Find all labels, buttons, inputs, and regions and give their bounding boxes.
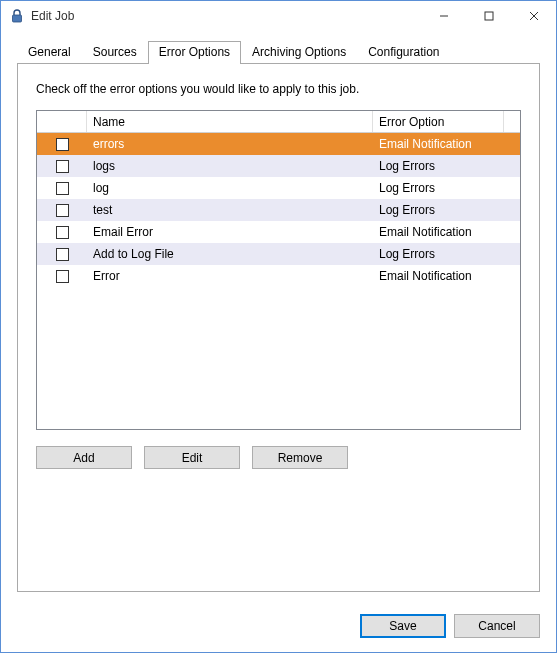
row-option: Email Notification bbox=[373, 269, 520, 283]
row-checkbox[interactable] bbox=[56, 182, 69, 195]
table-row[interactable]: Add to Log FileLog Errors bbox=[37, 243, 520, 265]
col-header-scroll bbox=[504, 111, 520, 132]
row-checkbox-cell[interactable] bbox=[37, 160, 87, 173]
save-button[interactable]: Save bbox=[360, 614, 446, 638]
row-checkbox[interactable] bbox=[56, 270, 69, 283]
col-header-option[interactable]: Error Option bbox=[373, 111, 504, 132]
row-name: test bbox=[87, 203, 373, 217]
add-button[interactable]: Add bbox=[36, 446, 132, 469]
table-row[interactable]: Email ErrorEmail Notification bbox=[37, 221, 520, 243]
tab-general[interactable]: General bbox=[17, 41, 82, 63]
row-checkbox-cell[interactable] bbox=[37, 248, 87, 261]
table-row[interactable]: testLog Errors bbox=[37, 199, 520, 221]
row-option: Email Notification bbox=[373, 137, 520, 151]
close-button[interactable] bbox=[511, 1, 556, 31]
row-checkbox-cell[interactable] bbox=[37, 270, 87, 283]
row-option: Log Errors bbox=[373, 203, 520, 217]
row-name: errors bbox=[87, 137, 373, 151]
row-name: logs bbox=[87, 159, 373, 173]
row-checkbox[interactable] bbox=[56, 226, 69, 239]
table-row[interactable]: ErrorEmail Notification bbox=[37, 265, 520, 287]
row-checkbox[interactable] bbox=[56, 248, 69, 261]
row-option: Log Errors bbox=[373, 247, 520, 261]
client-area: General Sources Error Options Archiving … bbox=[1, 31, 556, 604]
window-controls bbox=[421, 1, 556, 31]
minimize-button[interactable] bbox=[421, 1, 466, 31]
table-header-row: Name Error Option bbox=[37, 111, 520, 133]
titlebar: Edit Job bbox=[1, 1, 556, 31]
remove-button[interactable]: Remove bbox=[252, 446, 348, 469]
error-options-table: Name Error Option errorsEmail Notificati… bbox=[36, 110, 521, 430]
row-name: Email Error bbox=[87, 225, 373, 239]
row-checkbox[interactable] bbox=[56, 160, 69, 173]
row-checkbox[interactable] bbox=[56, 204, 69, 217]
table-row[interactable]: logsLog Errors bbox=[37, 155, 520, 177]
row-checkbox-cell[interactable] bbox=[37, 138, 87, 151]
row-name: log bbox=[87, 181, 373, 195]
tab-configuration[interactable]: Configuration bbox=[357, 41, 450, 63]
tab-sources[interactable]: Sources bbox=[82, 41, 148, 63]
row-checkbox-cell[interactable] bbox=[37, 182, 87, 195]
row-checkbox-cell[interactable] bbox=[37, 226, 87, 239]
edit-button[interactable]: Edit bbox=[144, 446, 240, 469]
col-header-checkbox[interactable] bbox=[37, 111, 87, 132]
row-option: Log Errors bbox=[373, 159, 520, 173]
tab-strip: General Sources Error Options Archiving … bbox=[17, 41, 540, 63]
cancel-button[interactable]: Cancel bbox=[454, 614, 540, 638]
row-name: Add to Log File bbox=[87, 247, 373, 261]
row-name: Error bbox=[87, 269, 373, 283]
dialog-buttons: Save Cancel bbox=[1, 604, 556, 652]
table-actions: Add Edit Remove bbox=[36, 446, 521, 469]
tab-error-options[interactable]: Error Options bbox=[148, 41, 241, 64]
instruction-text: Check off the error options you would li… bbox=[36, 82, 521, 96]
col-header-name[interactable]: Name bbox=[87, 111, 373, 132]
tab-archiving-options[interactable]: Archiving Options bbox=[241, 41, 357, 63]
tab-panel: Check off the error options you would li… bbox=[17, 63, 540, 592]
row-checkbox-cell[interactable] bbox=[37, 204, 87, 217]
window-title: Edit Job bbox=[31, 9, 421, 23]
maximize-button[interactable] bbox=[466, 1, 511, 31]
svg-rect-2 bbox=[485, 12, 493, 20]
row-option: Email Notification bbox=[373, 225, 520, 239]
row-checkbox[interactable] bbox=[56, 138, 69, 151]
table-body: errorsEmail NotificationlogsLog Errorslo… bbox=[37, 133, 520, 287]
table-row[interactable]: logLog Errors bbox=[37, 177, 520, 199]
table-row[interactable]: errorsEmail Notification bbox=[37, 133, 520, 155]
row-option: Log Errors bbox=[373, 181, 520, 195]
svg-rect-0 bbox=[13, 15, 22, 22]
lock-icon bbox=[9, 8, 25, 24]
